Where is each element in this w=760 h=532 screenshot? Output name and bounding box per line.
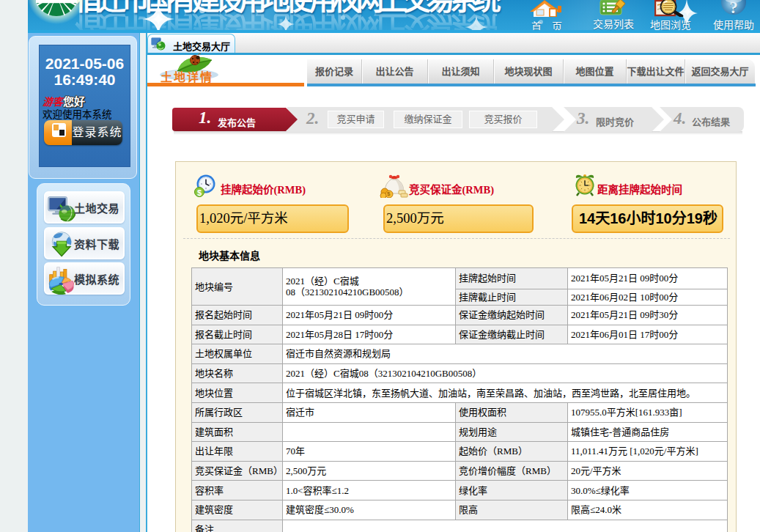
- svg-text:?: ?: [729, 0, 738, 16]
- svg-text:$: $: [387, 191, 391, 197]
- svg-text:$: $: [197, 188, 202, 197]
